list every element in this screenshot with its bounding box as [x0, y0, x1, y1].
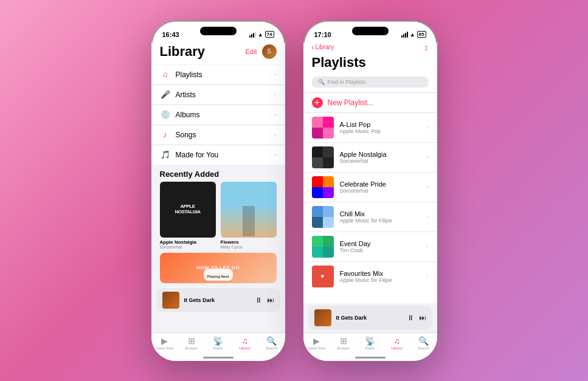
search-input-container[interactable]: 🔍 Find in Playlists: [312, 77, 429, 88]
tab-radio-2[interactable]: 📡 Radio: [357, 336, 384, 350]
playlist-item-chill-mix[interactable]: Chill Mix Apple Music for Filipe ›: [303, 202, 437, 232]
now-playing-bar-2[interactable]: It Gets Dark ⏸ ⏭: [308, 306, 432, 330]
menu-item-songs[interactable]: ♪ Songs ›: [151, 125, 285, 145]
now-playing-thumb-2: [314, 309, 331, 326]
playlist-item-apple-nostalgia[interactable]: Apple Nostalgia Sorcererhat ›: [303, 143, 437, 173]
library-screen: Library Edit S ♫ Playlists › 🎤 Artists ›: [151, 43, 285, 361]
playing-next-badge: Playing Next: [203, 269, 232, 281]
new-playlist-button[interactable]: + New Playlist...: [303, 92, 437, 112]
album-title-1: Apple Nostalgia: [160, 239, 216, 245]
songs-icon: ♪: [160, 129, 171, 140]
playlist-name-favourites-mix: Favourites Mix: [340, 270, 421, 277]
search-icon: 🔍: [318, 79, 325, 85]
playlist-name-apple-nostalgia: Apple Nostalgia: [340, 151, 421, 158]
dynamic-island: [200, 27, 237, 35]
tab-search[interactable]: 🔍 Search: [258, 336, 285, 350]
menu-item-playlists[interactable]: ♫ Playlists ›: [151, 65, 285, 85]
plus-icon: +: [312, 97, 323, 108]
chevron-right-icon: ›: [274, 151, 276, 158]
chevron-right-icon: ›: [274, 91, 276, 98]
playlist-item-event-day[interactable]: Event Day Tim Cook ›: [303, 232, 437, 262]
menu-item-artists[interactable]: 🎤 Artists ›: [151, 85, 285, 105]
now-playing-thumb: [162, 292, 179, 309]
chevron-right-icon: ›: [274, 111, 276, 118]
chevron-right-icon-4: ›: [426, 213, 428, 220]
album-card-flowers[interactable]: Flowers Miley Cyrus: [221, 182, 277, 249]
browse-label-2: Browse: [337, 346, 349, 350]
sort-button[interactable]: ↕: [424, 43, 429, 52]
library-title: Library: [160, 44, 206, 60]
status-icons-2: ▲ 85: [401, 31, 426, 38]
listen-now-label: Listen Now: [156, 346, 174, 350]
radio-label-2: Radio: [365, 346, 375, 350]
album-card-apple-nostalgia[interactable]: APPLENOSTALGIA Apple Nostalgia Sorcererh…: [160, 182, 216, 249]
album-thumb-apple-nostalgia: APPLENOSTALGIA: [160, 182, 216, 238]
playlists-navbar: ‹ Library ↕: [303, 43, 437, 55]
artists-icon: 🎤: [160, 89, 171, 100]
pause-icon-2[interactable]: ⏸: [407, 314, 414, 322]
listen-now-icon: ▶: [161, 336, 168, 346]
playing-next-area: HOW TO LET GO Playing Next: [151, 249, 285, 286]
next-icon[interactable]: ⏭: [267, 296, 274, 304]
browse-label: Browse: [185, 346, 197, 350]
library-tab-label: Library: [239, 346, 250, 350]
playing-next-card[interactable]: HOW TO LET GO Playing Next: [160, 253, 277, 283]
playlists-screen: ‹ Library ↕ Playlists 🔍 Find in Playlist…: [303, 43, 437, 361]
home-bar-2: [355, 357, 386, 359]
chevron-right-icon: ›: [274, 71, 276, 78]
playlist-thumb-chill-mix: [312, 206, 334, 228]
back-label: Library: [316, 44, 334, 50]
playlist-item-favourites-mix[interactable]: ♥ Favourites Mix Apple Music for Filipe …: [303, 262, 437, 291]
phone-playlists: 17:10 ▲ 85 ‹ Library ↕ Playlists: [303, 21, 437, 361]
radio-icon: 📡: [213, 336, 223, 346]
tab-radio[interactable]: 📡 Radio: [205, 336, 232, 350]
library-tab-label-2: Library: [391, 346, 402, 350]
playlist-thumb-favourites-mix: ♥: [312, 266, 334, 287]
phone-library: 16:43 ▲ 74 Library Edit S ♫: [151, 21, 285, 361]
playlist-info-favourites-mix: Favourites Mix Apple Music for Filipe: [340, 270, 421, 283]
search-tab-icon: 🔍: [266, 336, 277, 346]
avatar[interactable]: S: [262, 44, 277, 59]
menu-item-made-for-you[interactable]: 🎵 Made for You ›: [151, 145, 285, 165]
tab-search-2[interactable]: 🔍 Search: [410, 336, 437, 350]
tab-bar-library: ▶ Listen Now ⊞ Browse 📡 Radio ♫ Library …: [151, 332, 285, 355]
tab-browse-2[interactable]: ⊞ Browse: [330, 336, 357, 350]
dynamic-island-2: [352, 27, 389, 35]
chevron-right-icon-6: ›: [426, 273, 428, 280]
battery-icon-2: 85: [417, 31, 426, 38]
menu-item-albums[interactable]: 💿 Albums ›: [151, 105, 285, 125]
chevron-right-icon-5: ›: [426, 243, 428, 250]
flowers-figure: [243, 206, 255, 236]
listen-now-icon-2: ▶: [313, 336, 320, 346]
search-bar: 🔍 Find in Playlists: [303, 74, 437, 92]
playlist-item-a-list-pop[interactable]: A-List Pop Apple Music Pop ›: [303, 113, 437, 143]
tab-browse[interactable]: ⊞ Browse: [178, 336, 205, 350]
now-playing-info-2: It Gets Dark: [336, 315, 402, 321]
pause-icon[interactable]: ⏸: [255, 296, 262, 304]
menu-list: ♫ Playlists › 🎤 Artists › 💿 Albums › ♪ S…: [151, 65, 285, 165]
library-navbar: Library Edit S: [151, 43, 285, 64]
recently-added-header: Recently Added: [151, 165, 285, 182]
back-button[interactable]: ‹ Library: [312, 43, 334, 52]
library-tab-icon: ♫: [241, 336, 248, 346]
menu-label-playlists: Playlists: [176, 70, 270, 79]
menu-label-albums: Albums: [176, 111, 270, 119]
playlist-info-apple-nostalgia: Apple Nostalgia Sorcererhat: [340, 151, 421, 164]
search-tab-label: Search: [266, 346, 277, 350]
menu-label-songs: Songs: [176, 131, 270, 139]
chevron-right-icon-1: ›: [426, 124, 428, 131]
edit-button[interactable]: Edit: [246, 48, 257, 55]
next-icon-2[interactable]: ⏭: [419, 314, 426, 322]
tab-listen-now-2[interactable]: ▶ Listen Now: [303, 336, 330, 350]
playlist-sub-celebrate-pride: Sorcererhat: [340, 188, 421, 194]
playlist-sub-favourites-mix: Apple Music for Filipe: [340, 277, 421, 283]
tab-library-active[interactable]: ♫ Library: [232, 336, 258, 350]
back-chevron-icon: ‹: [312, 43, 314, 52]
tab-listen-now[interactable]: ▶ Listen Now: [151, 336, 178, 350]
status-time-2: 17:10: [314, 31, 331, 38]
playlist-thumb-apple-nostalgia: [312, 146, 334, 168]
now-playing-bar[interactable]: It Gets Dark ⏸ ⏭: [156, 288, 280, 312]
now-playing-controls-2: ⏸ ⏭: [407, 314, 426, 322]
tab-library-active-2[interactable]: ♫ Library: [384, 336, 410, 350]
playlist-item-celebrate-pride[interactable]: Celebrate Pride Sorcererhat ›: [303, 173, 437, 202]
